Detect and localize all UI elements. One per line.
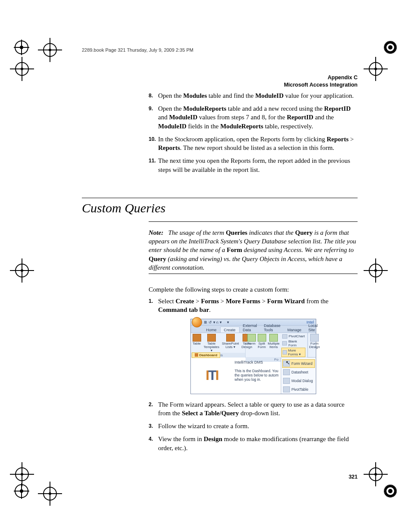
menu-item[interactable]: Datasheet [282,368,315,376]
ribbon-tab[interactable]: External Data [240,323,261,333]
step-number: 8. [149,91,158,100]
ribbon-item-label: PivotChart [289,334,305,338]
svg-point-6 [388,489,392,493]
step-text: Open the ModuleReports table and add a n… [158,104,358,131]
section-rule [149,221,358,222]
ribbon-item[interactable]: SharePoint Lists ▾ [222,334,239,349]
mini-icon [283,350,287,355]
logo-pane: ITI [191,358,233,394]
registration-dot-icon [383,483,398,499]
step-item: 9.Open the ModuleReports table and add a… [149,104,358,131]
crop-mark-icon [15,62,29,76]
step-number: 9. [149,104,158,131]
step-number: 10. [149,135,158,152]
steps-list-a: 8.Open the Modules table and find the Mo… [149,91,358,174]
registration-dot-icon [14,40,29,55]
fig-mid-text: This is the Dashboard. You the queries b… [235,369,279,382]
ribbon-item-label: More Forms ▾ [288,348,305,356]
crop-mark-icon [369,264,383,277]
ribbon-tab[interactable]: Database Tools [261,323,284,333]
mini-icon [282,341,287,345]
appendix-line1: Appendix C [82,74,358,81]
step-number: 3. [149,422,158,430]
ribbon-right-col: Form Design [308,333,321,357]
ribbon-item[interactable]: Form [247,334,256,357]
ribbon-item-label: Form Design [309,342,320,349]
mini-icon [282,334,287,339]
ribbon-item[interactable]: Multiple Items [268,334,280,357]
menu-item-label: Form Wizard [292,361,313,366]
ribbon-item-label: Form [247,342,256,345]
menu-item-icon [283,369,290,375]
menu-item-icon [283,378,290,384]
ribbon-tab[interactable]: Local Site [305,323,321,333]
page-number: 321 [82,474,358,480]
step-number: 1. [149,297,158,314]
menu-item-label: Modal Dialog [292,379,313,383]
step-number: 4. [149,435,158,452]
menu-item-label: Datasheet [292,370,308,374]
note-rule [149,274,358,274]
fig-body: ITI IntelliTrack DMS This is the Dashboa… [191,358,316,394]
steps-list-c: 2.The Form wizard appears. Select a tabl… [149,400,358,452]
menu-item[interactable]: PivotTable [282,385,315,394]
ribbon-item[interactable]: Table [193,334,201,345]
ribbon-item[interactable]: Table Templates ▾ [204,334,219,353]
ribbon-tab[interactable]: Create [220,327,240,333]
step-text: In the Stockroom application, open the R… [158,135,358,152]
ribbon-item[interactable]: Split Form [258,334,266,357]
crop-mark-icon [15,264,29,277]
form-icon [247,334,256,342]
menu-item[interactable]: Modal Dialog [282,376,315,385]
step-text: Follow the wizard to create a form. [158,422,358,430]
svg-point-2 [388,45,392,50]
step-text: The next time you open the Reports form,… [158,156,358,174]
ribbon-group-forms: FormSplit FormMultiple Items PivotChartB… [246,333,308,357]
fig-mid-header: IntelliTrack DMS [235,360,279,364]
registration-dot-icon [14,483,29,499]
ribbon-item-form-design[interactable]: Form Design [309,334,320,349]
crop-mark-icon [43,487,57,501]
ribbon-mini-item[interactable]: Blank Form [281,339,305,348]
form-icon [269,334,278,342]
section-heading: Custom Queries [82,198,358,215]
ribbon-item-label: Multiple Items [268,342,280,349]
form-icon [258,334,266,342]
office-button-icon[interactable] [192,317,202,327]
ribbon-tab[interactable]: Manage [284,327,305,333]
appendix-line2: Microsoft Access Integration [82,81,358,89]
crop-mark-icon [369,467,383,481]
fig-mid-pane: IntelliTrack DMS This is the Dashboard. … [233,358,281,394]
table-icon [207,334,216,342]
ribbon-mini-item[interactable]: PivotChart [281,334,305,339]
table-icon [226,334,235,342]
step-number: 11. [149,156,158,174]
ribbon-item-label: Split Form [258,342,266,349]
crop-mark-icon [15,467,29,481]
ribbon-group-tables-items: TableTable Templates ▾SharePoint Lists ▾… [193,334,243,353]
more-forms-button[interactable]: More Forms ▾ [281,348,305,357]
menu-item-label: PivotTable [292,387,308,392]
ribbon-forms-big: FormSplit FormMultiple Items [247,334,280,357]
step-item: 1.Select Create > Forms > More Forms > F… [149,297,358,314]
step-text: View the form in Design mode to make mod… [158,435,358,452]
crop-mark-icon [369,62,383,76]
step-item: 4.View the form in Design mode to make m… [149,435,358,452]
ribbon-tab[interactable]: Home [203,327,220,333]
dashboard-tab[interactable]: Dashboard [192,352,221,358]
step-text: Open the Modules table and find the Modu… [158,91,358,100]
intro-text: Complete the following steps to create a… [149,286,358,293]
ribbon-tabs[interactable]: HomeCreateExternal DataDatabase ToolsMan… [191,326,316,333]
ribbon-item-label: SharePoint Lists ▾ [222,342,239,349]
step-text: The Form wizard appears. Select a table … [158,400,358,418]
qat-icons[interactable]: 🗎 ↺ ▾ ⎌ ▾ ⠀ ▾ [204,320,229,324]
steps-list-b: 1.Select Create > Forms > More Forms > F… [149,297,358,314]
menu-item-icon [283,386,290,392]
step-item: 3.Follow the wizard to create a form. [149,422,358,430]
step-item: 10.In the Stockroom application, open th… [149,135,358,152]
appendix-header: Appendix C Microsoft Access Integration [82,74,358,89]
ribbon-item-label: Table Templates ▾ [204,342,219,353]
form-design-icon [310,334,319,342]
ribbon-forms-small: PivotChartBlank FormMore Forms ▾ [281,334,305,357]
cursor-icon: ↖ [286,360,290,366]
